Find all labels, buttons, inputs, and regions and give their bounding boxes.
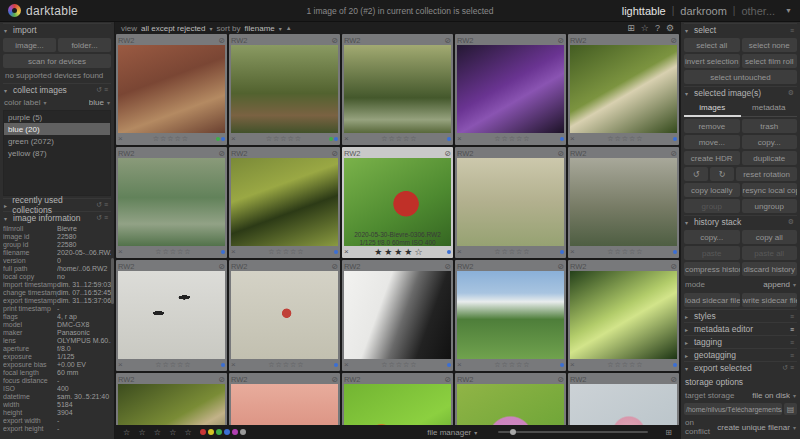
star-rating[interactable]: ☆☆☆☆☆: [466, 248, 559, 256]
sort-value[interactable]: filename: [245, 24, 275, 33]
history-paste-all-button[interactable]: paste all: [742, 246, 798, 260]
scrollbar[interactable]: [111, 258, 114, 304]
collect-rule[interactable]: color label ▾ blue ▾: [3, 96, 111, 109]
collect-rule-value[interactable]: blue: [89, 98, 104, 107]
collect-list-item[interactable]: purple (5): [4, 111, 110, 123]
on-conflict-select[interactable]: on conflict create unique filename ▾: [684, 416, 797, 438]
star-rating[interactable]: ☆☆☆☆☆: [579, 135, 672, 143]
section-image-information[interactable]: ▾ image information ↺≡: [3, 211, 111, 224]
invert-selection-button[interactable]: invert selection: [684, 54, 740, 68]
view-lighttable[interactable]: lighttable: [622, 5, 666, 17]
gear-icon[interactable]: ⚙: [666, 23, 674, 33]
mode-value[interactable]: append: [763, 280, 790, 289]
view-other[interactable]: other...: [741, 5, 775, 17]
color-filter[interactable]: [224, 429, 230, 435]
star-rating[interactable]: ☆☆☆☆☆: [240, 361, 333, 369]
move-button[interactable]: move...: [684, 135, 740, 149]
section-collect-images[interactable]: ▾ collect images ↺≡: [3, 83, 111, 96]
star-rating[interactable]: ☆☆☆☆☆: [466, 135, 559, 143]
thumbnail[interactable]: RW2⊘2020-05-30-Bievre-0306.RW21/125 f/8.…: [342, 147, 453, 258]
thumbnail[interactable]: RW2⊘×☆☆☆☆☆: [455, 260, 566, 371]
star-rating[interactable]: ☆☆☆☆☆: [240, 135, 328, 143]
trash-button[interactable]: trash: [742, 119, 798, 133]
thumbnail[interactable]: RW2⊘×☆☆☆☆☆: [455, 34, 566, 145]
reset-icon[interactable]: ↺: [96, 201, 104, 208]
thumbnail[interactable]: RW2⊘×☆☆☆☆☆: [116, 373, 227, 425]
layout-select[interactable]: file manager ▾: [427, 428, 477, 437]
collect-rule-property[interactable]: color label: [4, 98, 40, 107]
reject-icon[interactable]: ×: [457, 247, 462, 256]
rotate-cw-icon[interactable]: ↻: [710, 167, 734, 181]
color-filter[interactable]: [208, 429, 214, 435]
zoom-slider-handle[interactable]: [510, 429, 516, 435]
presets-icon[interactable]: ≡: [104, 201, 110, 208]
reject-icon[interactable]: ×: [231, 247, 236, 256]
star-filter[interactable]: ☆ ☆ ☆ ☆ ☆: [123, 428, 195, 437]
thumbnail[interactable]: RW2⊘×☆☆☆☆☆: [229, 34, 340, 145]
reset-icon[interactable]: ↺: [96, 214, 104, 221]
group-button[interactable]: group: [684, 199, 740, 213]
compress-history-button[interactable]: compress history: [684, 262, 740, 276]
star-icon[interactable]: ☆: [641, 23, 649, 33]
section-geotagging[interactable]: ▸geotagging≡: [684, 348, 797, 361]
star-rating[interactable]: ☆☆☆☆☆: [579, 248, 672, 256]
reject-icon[interactable]: ×: [118, 134, 123, 143]
discard-history-button[interactable]: discard history: [742, 262, 798, 276]
select-none-button[interactable]: select none: [742, 38, 798, 52]
tab-images[interactable]: images: [684, 101, 741, 117]
gear-icon[interactable]: ⚙: [788, 89, 796, 96]
history-mode-select[interactable]: mode append ▾: [684, 278, 797, 291]
gear-icon[interactable]: ⚙: [788, 218, 796, 225]
sort-ascending-icon[interactable]: ▲: [286, 25, 292, 31]
reject-icon[interactable]: ×: [457, 360, 462, 369]
reject-icon[interactable]: ×: [118, 360, 123, 369]
reset-icon[interactable]: ↺: [96, 86, 104, 93]
star-rating[interactable]: ☆☆☆☆☆: [127, 135, 215, 143]
section-selected-images[interactable]: ▾ selected image(s) ⚙: [684, 86, 797, 99]
thumbnail[interactable]: RW2⊘×☆☆☆☆☆: [229, 373, 340, 425]
section-history-stack[interactable]: ▾ history stack ⚙: [684, 215, 797, 228]
resync-local-copy-button[interactable]: resync local copy: [742, 183, 798, 197]
grid-icon[interactable]: ⊞: [627, 23, 635, 33]
star-rating[interactable]: ☆☆☆☆☆: [127, 361, 220, 369]
create-hdr-button[interactable]: create HDR: [684, 151, 740, 165]
ungroup-button[interactable]: ungroup: [742, 199, 798, 213]
thumbnail[interactable]: RW2⊘×☆☆☆☆☆: [568, 260, 679, 371]
thumbnail[interactable]: RW2⊘×☆☆☆☆☆: [455, 147, 566, 258]
remove-button[interactable]: remove: [684, 119, 740, 133]
history-copy-button[interactable]: copy...: [684, 230, 740, 244]
reject-icon[interactable]: ×: [570, 134, 575, 143]
reset-icon[interactable]: ↺: [782, 364, 790, 371]
export-path-input[interactable]: /home/nilvus/Téléchargements/in: [684, 403, 782, 415]
color-filter[interactable]: [232, 429, 238, 435]
star-rating[interactable]: ☆☆☆☆☆: [240, 248, 333, 256]
select-untouched-button[interactable]: select untouched: [684, 70, 797, 84]
history-paste-button[interactable]: paste: [684, 246, 740, 260]
views-dropdown-icon[interactable]: ▼: [785, 7, 792, 14]
reject-icon[interactable]: ×: [231, 360, 236, 369]
thumbnail[interactable]: RW2⊘×☆☆☆☆☆: [229, 260, 340, 371]
star-rating[interactable]: ☆☆☆☆☆: [353, 361, 446, 369]
section-import[interactable]: ▾ import: [3, 23, 111, 36]
reject-icon[interactable]: ×: [457, 134, 462, 143]
duplicate-button[interactable]: duplicate: [742, 151, 798, 165]
reject-icon[interactable]: ×: [344, 247, 349, 256]
collect-list-item[interactable]: blue (20): [4, 123, 110, 135]
tab-metadata[interactable]: metadata: [741, 101, 798, 117]
copy-button[interactable]: copy...: [742, 135, 798, 149]
thumbnail[interactable]: RW2⊘×☆☆☆☆☆: [116, 260, 227, 371]
thumbnail[interactable]: RW2⊘×☆☆☆☆☆: [229, 147, 340, 258]
section-styles[interactable]: ▸styles≡: [684, 309, 797, 322]
presets-icon[interactable]: ≡: [104, 214, 110, 221]
thumbnail[interactable]: RW2⊘×☆☆☆☆☆: [116, 34, 227, 145]
reject-icon[interactable]: ×: [344, 360, 349, 369]
reset-rotation-button[interactable]: reset rotation: [736, 167, 797, 181]
presets-icon[interactable]: ≡: [790, 313, 796, 320]
zoom-slider[interactable]: [498, 431, 648, 433]
thumbnail[interactable]: RW2⊘×☆☆☆☆☆: [455, 373, 566, 425]
reject-icon[interactable]: ×: [570, 360, 575, 369]
section-select[interactable]: ▾ select ≡: [684, 23, 797, 36]
thumbnail[interactable]: RW2⊘×☆☆☆☆☆: [568, 147, 679, 258]
on-conflict-value[interactable]: create unique filename: [717, 423, 790, 432]
section-metadata-editor[interactable]: ▸metadata editor≡: [684, 322, 797, 335]
